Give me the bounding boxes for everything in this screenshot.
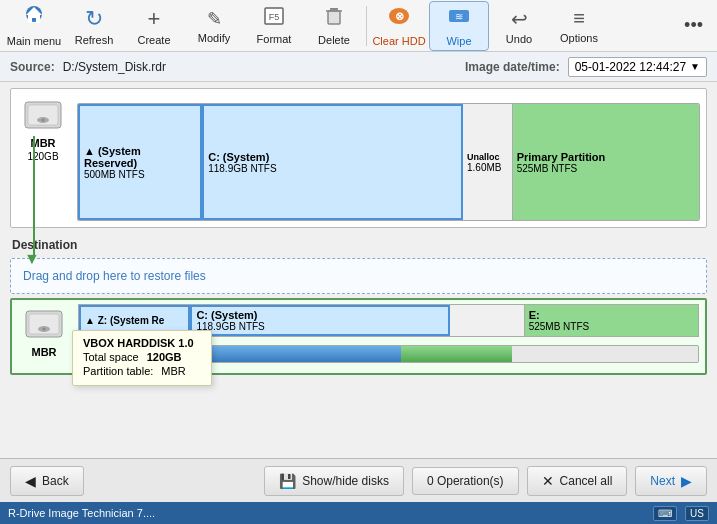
operations-label: 0 Operation(s) (427, 474, 504, 488)
partition-name-1: C: (System) (208, 151, 457, 163)
home-icon (22, 5, 46, 33)
dest-partition-unalloc[interactable] (450, 305, 524, 336)
tooltip-table-value: MBR (161, 365, 185, 377)
partition-name-0: ▲ (System Reserved) (84, 145, 196, 169)
dest-partition-e[interactable]: E: 525MB NTFS (525, 305, 698, 336)
source-label: Source: (10, 60, 55, 74)
drop-zone-text: Drag and drop here to restore files (23, 269, 206, 283)
undo-label: Undo (506, 33, 532, 45)
green-arrow-down: ▼ (24, 250, 40, 268)
tooltip-table-label: Partition table: (83, 365, 153, 377)
back-button[interactable]: ◀ Back (10, 466, 84, 496)
more-button[interactable]: ••• (674, 9, 713, 42)
source-container: ▼ MBR 120GB ▲ (System Reserved) (10, 88, 707, 228)
app-name: R-Drive Image Technician 7.... (8, 507, 653, 519)
modify-icon: ✎ (207, 8, 222, 30)
cancel-all-button[interactable]: ✕ Cancel all (527, 466, 628, 496)
cancel-all-label: Cancel all (560, 474, 613, 488)
options-button[interactable]: ≡ Options (549, 1, 609, 51)
svg-point-16 (42, 119, 45, 122)
clear-hdd-label: Clear HDD (372, 35, 425, 47)
svg-text:F5: F5 (269, 12, 280, 22)
source-partition-c[interactable]: C: (System) 118.9GB NTFS (202, 104, 463, 220)
date-box[interactable]: 05-01-2022 12:44:27 ▼ (568, 57, 707, 77)
source-disk-icon (19, 95, 67, 135)
partition-size-0: 500MB NTFS (84, 169, 196, 180)
tooltip-total-value: 120GB (147, 351, 182, 363)
dest-partition-size-1: 118.9GB NTFS (196, 321, 444, 332)
back-icon: ◀ (25, 473, 36, 489)
green-line-connector (33, 136, 35, 258)
dest-disk-panel: MBR VBOX HARDDISK 1.0 Total space 120GB … (10, 298, 707, 375)
partition-size-1: 118.9GB NTFS (208, 163, 457, 174)
refresh-button[interactable]: ↻ Refresh (64, 1, 124, 51)
format-icon: F5 (263, 6, 285, 31)
next-button[interactable]: Next ▶ (635, 466, 707, 496)
bottom-bar: ◀ Back 💾 Show/hide disks 0 Operation(s) … (0, 458, 717, 502)
partition-size-3: 525MB NTFS (517, 163, 695, 174)
refresh-icon: ↻ (85, 6, 103, 32)
delete-icon (323, 5, 345, 32)
dest-partition-name-0: ▲ Z: (System Re (85, 315, 184, 326)
cancel-icon: ✕ (542, 473, 554, 489)
dest-partition-size-3: 525MB NTFS (529, 321, 694, 332)
undo-button[interactable]: ↩ Undo (489, 1, 549, 51)
dest-partition-c[interactable]: C: (System) 118.9GB NTFS (190, 305, 450, 336)
partition-size-2: 1.60MB (467, 162, 508, 173)
modify-button[interactable]: ✎ Modify (184, 1, 244, 51)
dest-disk-icon (20, 304, 68, 344)
source-bar: Source: D:/System_Disk.rdr Image date/ti… (0, 52, 717, 82)
wipe-label: Wipe (446, 35, 471, 47)
toolbar: Main menu ↻ Refresh + Create ✎ Modify F5… (0, 0, 717, 52)
clear-hdd-icon: ⊗ (386, 5, 412, 33)
dest-disk-type: MBR (31, 346, 56, 358)
disks-icon: 💾 (279, 473, 296, 489)
date-label: Image date/time: (465, 60, 560, 74)
svg-point-20 (43, 328, 46, 331)
next-icon: ▶ (681, 473, 692, 489)
delete-button[interactable]: Delete (304, 1, 364, 51)
destination-section: Destination Drag and drop here to restor… (10, 234, 707, 452)
main-menu-label: Main menu (7, 35, 61, 47)
status-bar: R-Drive Image Technician 7.... ⌨ US (0, 502, 717, 524)
partition-name-2: Unalloc (467, 152, 508, 162)
disk-tooltip: VBOX HARDDISK 1.0 Total space 120GB Part… (72, 330, 212, 386)
source-disk-panel: MBR 120GB ▲ (System Reserved) 500MB NTFS… (10, 88, 707, 228)
show-hide-label: Show/hide disks (302, 474, 389, 488)
drop-zone[interactable]: Drag and drop here to restore files (10, 258, 707, 294)
modify-label: Modify (198, 32, 230, 44)
create-button[interactable]: + Create (124, 1, 184, 51)
source-partition-row: ▲ (System Reserved) 500MB NTFS C: (Syste… (77, 103, 700, 221)
locale-icon-box[interactable]: US (685, 506, 709, 521)
date-value: 05-01-2022 12:44:27 (575, 60, 686, 74)
undo-icon: ↩ (511, 7, 528, 31)
source-partition-system-reserved[interactable]: ▲ (System Reserved) 500MB NTFS (78, 104, 202, 220)
dest-partition-name-1: C: (System) (196, 309, 444, 321)
svg-text:≋: ≋ (455, 11, 463, 22)
main-menu-button[interactable]: Main menu (4, 1, 64, 51)
source-partition-unalloc[interactable]: Unalloc 1.60MB (463, 104, 513, 220)
delete-label: Delete (318, 34, 350, 46)
progress-green (401, 346, 512, 362)
next-label: Next (650, 474, 675, 488)
locale-icon: US (690, 508, 704, 519)
wipe-button[interactable]: ≋ Wipe (429, 1, 489, 51)
source-partition-primary[interactable]: Primary Partition 525MB NTFS (513, 104, 699, 220)
main-content: ▼ MBR 120GB ▲ (System Reserved) (0, 82, 717, 458)
refresh-label: Refresh (75, 34, 114, 46)
wipe-icon: ≋ (446, 5, 472, 33)
svg-rect-4 (328, 11, 340, 24)
keyboard-icon-box[interactable]: ⌨ (653, 506, 677, 521)
create-label: Create (137, 34, 170, 46)
destination-label: Destination (10, 234, 707, 254)
tooltip-title: VBOX HARDDISK 1.0 (83, 337, 194, 349)
keyboard-icon: ⌨ (658, 508, 672, 519)
partition-name-3: Primary Partition (517, 151, 695, 163)
date-dropdown-arrow[interactable]: ▼ (690, 61, 700, 72)
operations-button[interactable]: 0 Operation(s) (412, 467, 519, 495)
clear-hdd-button[interactable]: ⊗ Clear HDD (369, 1, 429, 51)
dest-partition-name-3: E: (529, 309, 694, 321)
options-label: Options (560, 32, 598, 44)
show-hide-disks-button[interactable]: 💾 Show/hide disks (264, 466, 404, 496)
format-button[interactable]: F5 Format (244, 1, 304, 51)
